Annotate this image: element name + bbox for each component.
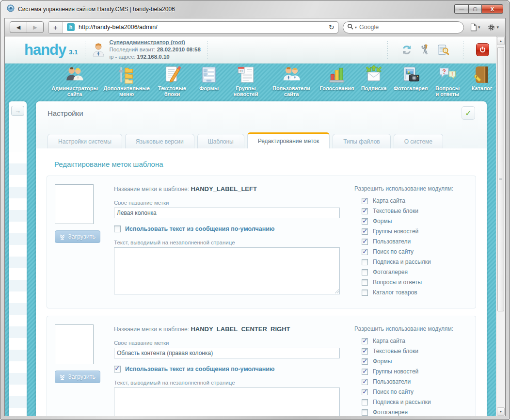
refresh-icon[interactable] <box>400 44 413 56</box>
scrollbar-grip <box>499 178 502 181</box>
last-visit-value: 28.02.2010 08:58 <box>157 47 201 52</box>
search-field[interactable]: ▾ <box>343 21 464 33</box>
module-checkbox-label: Формы <box>373 218 392 225</box>
module-checkbox[interactable] <box>362 290 368 296</box>
user-profile-link[interactable]: Суперадминистратор (root) <box>109 39 185 45</box>
qa-icon: ?! <box>437 65 458 85</box>
module-label: Дополнительные меню <box>103 85 150 97</box>
tab-filetypes[interactable]: Типы файлов <box>333 134 390 148</box>
extra-menu-icon <box>116 65 137 85</box>
module-checkbox[interactable] <box>362 399 368 405</box>
use-default-checkbox[interactable] <box>114 366 121 372</box>
module-checkbox[interactable] <box>362 358 368 365</box>
empty-text-label: Текст, выводимый на незаполненной страни… <box>114 380 340 386</box>
search-input[interactable] <box>358 23 460 31</box>
forward-button[interactable]: ▶ <box>27 22 43 32</box>
tab-labels[interactable]: Редактирование меток <box>247 132 330 148</box>
label-image-placeholder <box>55 184 94 224</box>
scrollbar-thumb[interactable] <box>497 47 504 311</box>
module-catalog[interactable]: Каталог <box>468 65 495 91</box>
back-button[interactable]: ◀ <box>10 22 27 32</box>
module-site-admins[interactable]: Администраторы сайта <box>52 65 97 97</box>
use-default-checkbox[interactable] <box>114 226 121 232</box>
ip-value: 192.168.0.10 <box>137 54 170 60</box>
module-subscribe[interactable]: Подписка <box>360 65 387 91</box>
module-checkbox[interactable] <box>362 279 368 286</box>
own-name-input[interactable] <box>114 208 340 218</box>
download-chevrons-icon <box>60 374 65 380</box>
module-checkbox[interactable] <box>362 389 368 395</box>
module-checkbox[interactable] <box>362 369 368 375</box>
module-checkbox-row: Поиск по сайту <box>362 388 468 395</box>
module-votes[interactable]: Голосования <box>321 65 353 91</box>
module-checkbox-row: Группы новостей <box>362 228 468 235</box>
module-site-users[interactable]: Пользователи сайта <box>269 65 314 97</box>
download-chevrons-icon <box>60 234 65 240</box>
log-view-icon[interactable] <box>437 44 450 56</box>
sidebar-expand-button[interactable]: → <box>11 106 24 116</box>
empty-text-textarea[interactable] <box>114 388 340 416</box>
module-qa[interactable]: ?!Вопросы и ответы <box>434 65 461 97</box>
reload-icon[interactable]: ↻ <box>325 22 338 33</box>
tab-system[interactable]: Настройки системы <box>48 134 122 148</box>
module-extra-menu[interactable]: Дополнительные меню <box>104 65 149 97</box>
module-label: Администраторы сайта <box>51 85 98 97</box>
settings-gear-button[interactable]: ▾ <box>486 22 500 32</box>
minimize-button[interactable]: — <box>454 4 468 14</box>
module-label: Формы <box>199 85 219 91</box>
module-checkbox[interactable] <box>362 198 368 204</box>
url-input[interactable] <box>78 23 325 31</box>
module-text-blocks[interactable]: Текстовые блоки <box>156 65 188 97</box>
scroll-up-arrow[interactable]: ▲ <box>497 37 505 45</box>
module-forms[interactable]: Формы <box>195 65 223 91</box>
close-button[interactable]: X <box>481 4 503 14</box>
module-checkbox[interactable] <box>362 249 368 255</box>
tab-about[interactable]: О системе <box>394 134 443 148</box>
module-news-groups[interactable]: 31Группы новостей <box>230 65 262 97</box>
apply-check-button[interactable]: ✓ <box>462 106 475 120</box>
collapsed-sidebar: → <box>9 101 27 416</box>
module-photogallery[interactable]: Фотогалерея <box>395 65 427 91</box>
content-title: Редактирование меток шаблона <box>54 160 476 168</box>
new-tab-button[interactable]: + <box>48 22 63 33</box>
template-name-row: Название метки в шаблоне: HANDY_LABEL_LE… <box>114 184 340 193</box>
module-checkbox-label: Группы новостей <box>373 368 418 375</box>
tools-icon[interactable] <box>419 44 431 56</box>
module-checkbox[interactable] <box>362 208 368 214</box>
scroll-down-arrow[interactable]: ▼ <box>497 407 505 416</box>
modules-toolbar: Администраторы сайтаДополнительные менюТ… <box>5 65 496 101</box>
module-checkbox[interactable] <box>362 379 368 385</box>
browser-toolbar: ◀ ▶ + h ↻ ▾ ▾ ▾ <box>4 18 506 36</box>
module-checkbox[interactable] <box>362 239 368 245</box>
logout-power-button[interactable] <box>476 43 489 56</box>
last-visit-row: Последний визит: 28.02.2010 08:58 <box>109 46 200 53</box>
template-name: HANDY_LABEL_CENTER_RIGHT <box>191 325 290 333</box>
vertical-scrollbar[interactable]: ▲ ▼ <box>496 36 505 416</box>
module-checkbox-label: Каталог товаров <box>373 289 417 296</box>
search-dropdown-arrow[interactable]: ▾ <box>355 25 357 30</box>
tab-templates[interactable]: Шаблоны <box>197 134 244 148</box>
upload-button[interactable]: Загрузить <box>55 371 100 383</box>
divider <box>207 41 208 59</box>
tab-languages[interactable]: Языковые версии <box>125 134 194 148</box>
window-titlebar[interactable]: Система управления сайтом Handy.CMS | ha… <box>0 0 510 17</box>
module-checkbox[interactable] <box>362 338 368 344</box>
forms-icon <box>199 65 219 85</box>
module-checkbox[interactable] <box>362 269 368 275</box>
page-menu-button[interactable]: ▾ <box>468 22 482 32</box>
module-checkbox[interactable] <box>362 259 368 265</box>
module-checkbox-label: Карта сайта <box>373 197 405 204</box>
module-checkbox[interactable] <box>362 348 368 355</box>
empty-text-textarea[interactable] <box>114 247 340 294</box>
module-checkbox-row: Фотогалерея <box>362 269 468 275</box>
module-checkbox-row: Карта сайта <box>362 197 468 204</box>
upload-button[interactable]: Загрузить <box>55 230 100 243</box>
module-checkbox[interactable] <box>362 228 368 235</box>
module-checkbox[interactable] <box>362 409 368 416</box>
module-checkbox[interactable] <box>362 218 368 225</box>
maximize-button[interactable]: ▢ <box>468 4 481 14</box>
label-image-placeholder <box>55 324 94 364</box>
subscribe-icon <box>364 65 384 85</box>
own-name-input[interactable] <box>114 348 340 358</box>
module-checkbox-label: Фотогалерея <box>373 269 408 275</box>
